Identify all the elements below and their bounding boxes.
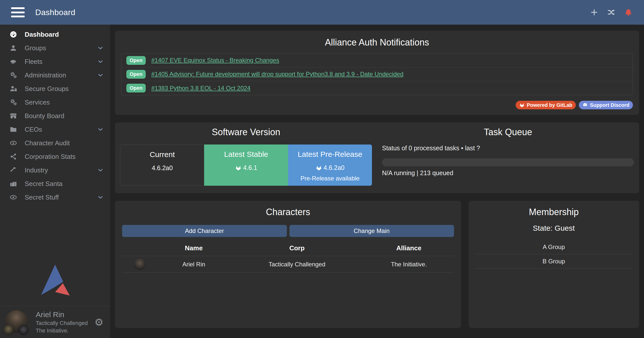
add-character-button[interactable]: Add Character (122, 225, 287, 237)
sidebar-item-label: Bounty Board (25, 112, 64, 120)
main-content: Alliance Auth Notifications Open #1407 E… (110, 25, 644, 338)
sidebar: Dashboard Groups Fleets (0, 25, 110, 338)
change-main-button[interactable]: Change Main (289, 225, 454, 237)
cogs-icon (8, 71, 19, 79)
sidebar-item-label: Secret Stuff (25, 194, 59, 201)
sidebar-item-administration[interactable]: Administration (0, 68, 110, 82)
column-corp: Corp (230, 244, 364, 252)
sidebar-item-label: Industry (25, 166, 48, 174)
chevron-down-icon (97, 194, 104, 201)
task-queue-progress-bar (382, 158, 634, 166)
membership-state: State: Guest (475, 224, 633, 232)
sidebar-item-corporation-stats[interactable]: Corporation Stats (0, 150, 110, 163)
sidebar-item-secret-santa[interactable]: Secret Santa (0, 177, 110, 190)
software-version-section: Software Version Current 4.6.2a0 Latest … (115, 127, 377, 186)
notification-link[interactable]: #1407 EVE Equinox Status - Breaking Chan… (151, 57, 279, 64)
sidebar-item-services[interactable]: Services (0, 95, 110, 109)
cogs-icon (8, 99, 19, 106)
sidebar-item-label: Administration (25, 71, 66, 79)
sidebar-item-groups[interactable]: Groups (0, 41, 110, 55)
status-badge: Open (126, 84, 146, 92)
menu-toggle-icon[interactable] (11, 7, 25, 17)
discord-badge[interactable]: Support Discord (579, 101, 633, 109)
version-stable-header: Latest Stable (204, 150, 288, 159)
notifications-title: Alliance Auth Notifications (121, 37, 633, 48)
version-prerelease-note: Pre-Release available (288, 175, 372, 182)
version-prerelease-header: Latest Pre-Release (288, 150, 372, 159)
folder-icon (8, 126, 19, 133)
gitlab-badge-label: Powered by GitLab (527, 102, 572, 108)
version-current-value: 4.6.2a0 (152, 164, 173, 172)
cell-name: Ariel Rin (157, 261, 230, 268)
characters-title: Characters (122, 207, 454, 217)
status-badge: Open (126, 56, 146, 65)
sidebar-item-secure-groups[interactable]: Secure Groups (0, 82, 110, 95)
bell-icon[interactable] (623, 7, 633, 17)
sidebar-item-fleets[interactable]: Fleets (0, 55, 110, 68)
version-prerelease-value: 4.6.2a0 (324, 164, 345, 171)
sidebar-item-label: Fleets (25, 58, 43, 66)
sidebar-item-label: Corporation Stats (25, 153, 75, 161)
sidebar-item-label: Secret Santa (25, 180, 62, 188)
user-name: Ariel Rin (36, 310, 88, 319)
character-row-portrait (134, 259, 145, 270)
shuffle-icon[interactable] (606, 7, 616, 17)
eye-icon (8, 194, 19, 201)
top-navbar: Dashboard (0, 0, 644, 25)
sidebar-item-character-audit[interactable]: Character Audit (0, 136, 110, 150)
version-current-cell: Current 4.6.2a0 (120, 144, 204, 186)
chevron-down-icon (97, 126, 104, 133)
gifts-icon (8, 180, 19, 187)
user-panel: Ariel Rin Tactically Challenged The Init… (0, 306, 110, 338)
group-list: A Group B Group (475, 240, 633, 269)
gitlab-badge[interactable]: Powered by GitLab (516, 101, 576, 109)
gitlab-icon (316, 165, 322, 171)
user-lock-icon (8, 85, 19, 92)
plus-icon[interactable] (589, 7, 599, 17)
column-alliance: Alliance (364, 244, 454, 252)
gear-icon[interactable]: ⚙ (94, 317, 103, 327)
notification-link[interactable]: #1383 Python 3.8 EOL - 14 Oct 2024 (151, 85, 250, 92)
characters-panel: Characters Add Character Change Main Nam… (115, 201, 461, 328)
user-alliance: The Initiative. (36, 327, 88, 334)
chevron-down-icon (97, 72, 104, 79)
hammer-icon (8, 166, 19, 174)
discord-icon (582, 102, 588, 108)
sidebar-item-ceos[interactable]: CEOs (0, 123, 110, 136)
table-row: Ariel Rin Tactically Challenged The Init… (122, 256, 454, 273)
eye-icon (8, 139, 19, 147)
sidebar-item-industry[interactable]: Industry (0, 163, 110, 177)
sidebar-item-label: Secure Groups (25, 85, 69, 93)
list-item: A Group (475, 240, 633, 254)
status-badge: Open (126, 70, 146, 79)
software-version-title: Software Version (120, 127, 372, 137)
task-queue-title: Task Queue (382, 127, 634, 137)
chevron-down-icon (97, 58, 104, 65)
version-stable-cell: Latest Stable 4.6.1 (204, 144, 288, 186)
column-name: Name (157, 244, 230, 252)
sidebar-item-dashboard[interactable]: Dashboard (0, 28, 110, 41)
list-item: B Group (475, 254, 633, 269)
membership-title: Membership (475, 207, 633, 217)
external-badges: Powered by GitLab Support Discord (121, 101, 633, 109)
notification-link[interactable]: #1405 Advisory: Future development will … (151, 71, 403, 78)
gitlab-icon (235, 165, 242, 171)
sidebar-item-label: Services (25, 99, 50, 106)
sidebar-item-secret-stuff[interactable]: Secret Stuff (0, 190, 110, 204)
sidebar-item-label: Groups (25, 44, 46, 52)
sidebar-item-bounty-board[interactable]: Bounty Board (0, 109, 110, 123)
task-queue-status: Status of 0 processed tasks • last ? (382, 144, 634, 152)
list-item: Open #1383 Python 3.8 EOL - 14 Oct 2024 (121, 81, 633, 95)
notifications-panel: Alliance Auth Notifications Open #1407 E… (115, 31, 639, 115)
corp-logo (4, 325, 14, 335)
task-queue-section: Task Queue Status of 0 processed tasks •… (377, 127, 639, 186)
table-header: Name Corp Alliance (122, 240, 454, 256)
gitlab-icon (519, 102, 525, 108)
list-item: Open #1407 EVE Equinox Status - Breaking… (121, 54, 633, 67)
version-box: Current 4.6.2a0 Latest Stable 4.6.1 Late… (120, 144, 372, 186)
tachometer-icon (8, 31, 19, 38)
user-icon (8, 44, 19, 52)
version-current-header: Current (120, 150, 204, 159)
user-corp: Tactically Challenged (36, 320, 88, 326)
chevron-down-icon (97, 44, 104, 52)
